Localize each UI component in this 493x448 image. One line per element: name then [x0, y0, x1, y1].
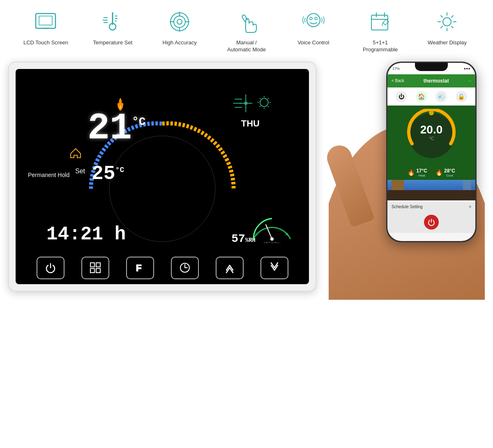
- svg-rect-58: [90, 269, 94, 273]
- svg-rect-21: [371, 15, 388, 30]
- svg-point-13: [177, 19, 182, 24]
- phone-dial-area: 20.0 °C: [387, 106, 475, 165]
- svg-rect-1: [39, 16, 52, 25]
- set-temperature: 25°C: [92, 163, 124, 185]
- phone-battery: 17%: [392, 67, 400, 71]
- thermostat-outer-case: TechU™: [8, 62, 316, 292]
- svg-point-38: [244, 101, 247, 105]
- down-button[interactable]: [260, 257, 288, 279]
- phone-mode-lock[interactable]: 🔒: [456, 91, 467, 102]
- svg-line-51: [266, 225, 272, 239]
- floor: [387, 190, 475, 200]
- svg-point-19: [310, 17, 312, 20]
- svg-point-65: [429, 110, 434, 115]
- feature-weather-label: Weather Display: [428, 39, 467, 46]
- feature-temp-set: Temperature Set: [84, 7, 141, 46]
- svg-rect-57: [96, 263, 100, 267]
- phone-nav-options[interactable]: ···: [468, 79, 471, 83]
- phone-hand-area: 17% ●●● < Back thermostat ··· ⏻ 🏠 💨 🔒: [329, 62, 485, 300]
- svg-text:°C: °C: [429, 136, 434, 141]
- svg-line-47: [260, 106, 260, 107]
- phone-mode-home[interactable]: 🏠: [416, 91, 427, 102]
- power-button[interactable]: [37, 257, 65, 279]
- thermostat-screen[interactable]: 21°C Set 25°C Permanent Hold THU 14:21 h…: [16, 69, 309, 284]
- svg-point-26: [443, 18, 451, 26]
- uv-gauge: H H UV index: [249, 210, 295, 243]
- day-display: THU: [241, 118, 260, 129]
- home-icon: [69, 146, 82, 161]
- fan-button[interactable]: F: [126, 257, 154, 279]
- svg-line-32: [452, 26, 453, 28]
- up-button[interactable]: [216, 257, 244, 279]
- phone-mode-power[interactable]: ⏻: [396, 91, 407, 102]
- sun-icon: [433, 7, 461, 36]
- feature-temp-label: Temperature Set: [93, 39, 132, 46]
- phone-temps-row: 🔥 17°C Heat 🔥 28°C Cool: [387, 165, 475, 180]
- set-label: Set: [75, 168, 85, 175]
- svg-rect-56: [90, 263, 94, 267]
- feature-manual-auto: Manual /Automatic Mode: [218, 7, 275, 53]
- feature-voice-control: Voice Control: [285, 7, 342, 46]
- main-temperature: 21°C: [88, 110, 146, 147]
- face-icon: [299, 7, 328, 36]
- svg-point-12: [174, 16, 185, 28]
- set-temp-unit: °C: [115, 166, 124, 174]
- phone-device[interactable]: 17% ●●● < Back thermostat ··· ⏻ 🏠 💨 🔒: [386, 62, 477, 242]
- window: [463, 180, 471, 190]
- sofa: [392, 180, 404, 190]
- feature-prog-label: 5+1+1Programmable: [363, 39, 398, 53]
- phone-schedule-row[interactable]: Schedule Setting >: [387, 202, 475, 211]
- phone-temp-high: 🔥 28°C Cool: [435, 168, 455, 177]
- feature-accuracy-label: High Accuracy: [163, 39, 197, 46]
- phone-nav-bar: < Back thermostat ···: [387, 74, 475, 87]
- finger-icon: [232, 7, 261, 36]
- phone-mode-icons: ⏻ 🏠 💨 🔒: [387, 87, 475, 106]
- svg-point-18: [307, 14, 320, 27]
- svg-line-34: [441, 26, 442, 28]
- phone-signal: ●●●: [464, 67, 470, 71]
- phone-notch: [415, 63, 448, 71]
- permanent-hold-text: Permanent Hold: [28, 172, 69, 178]
- features-row: LCD Touch Screen Temperature Set: [0, 0, 493, 57]
- calendar-pen-icon: [366, 7, 395, 36]
- feature-voice-label: Voice Control: [297, 39, 329, 46]
- svg-text:F: F: [136, 263, 141, 273]
- svg-point-52: [270, 237, 274, 241]
- humidity-value: 57: [231, 232, 245, 245]
- schedule-label: Schedule Setting: [392, 204, 423, 209]
- phone-back-button[interactable]: < Back: [392, 78, 404, 83]
- thermostat-device: TechU™: [8, 62, 320, 292]
- screen-icon: [31, 7, 60, 36]
- phone-dial-graphic: 20.0 °C: [405, 109, 458, 162]
- bottom-buttons: F: [16, 257, 309, 279]
- svg-point-20: [315, 17, 317, 20]
- temp-value: 21: [88, 108, 132, 149]
- main-content: TechU™: [0, 57, 493, 300]
- phone-power-section: [387, 211, 475, 233]
- svg-text:H: H: [255, 232, 258, 237]
- phone-screen: 17% ●●● < Back thermostat ··· ⏻ 🏠 💨 🔒: [387, 63, 475, 241]
- svg-text:20.0: 20.0: [420, 123, 443, 136]
- time-display: 14:21 h: [46, 224, 126, 245]
- temp-unit: °C: [132, 116, 146, 128]
- feature-lcd-touch: LCD Touch Screen: [17, 7, 74, 46]
- svg-point-39: [260, 98, 268, 106]
- schedule-arrow[interactable]: >: [469, 204, 471, 209]
- feature-high-accuracy: High Accuracy: [151, 7, 208, 46]
- feature-programmable: 5+1+1Programmable: [352, 7, 409, 53]
- thermometer-icon: [98, 7, 127, 36]
- phone-mode-fan[interactable]: 💨: [435, 91, 447, 102]
- mode-button[interactable]: [81, 257, 109, 279]
- svg-line-33: [452, 16, 453, 17]
- svg-line-45: [268, 106, 269, 107]
- phone-power-button[interactable]: [424, 215, 439, 230]
- svg-line-31: [441, 16, 442, 17]
- target-icon: [165, 7, 194, 36]
- set-temp-value: 25: [92, 163, 115, 185]
- svg-line-44: [260, 98, 260, 99]
- phone-room-image: [387, 180, 475, 200]
- svg-text:H: H: [286, 232, 288, 237]
- svg-rect-59: [96, 269, 100, 273]
- schedule-button[interactable]: [171, 257, 199, 279]
- feature-lcd-label: LCD Touch Screen: [23, 39, 68, 46]
